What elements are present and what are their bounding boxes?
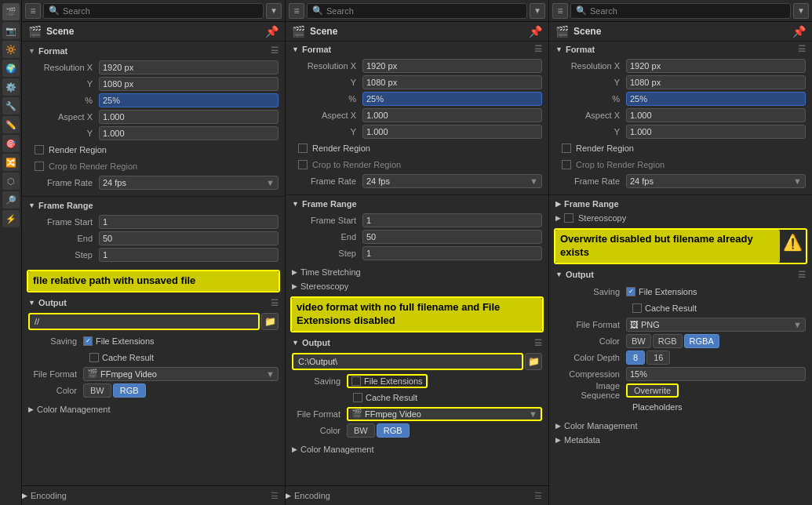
file-format-select-1[interactable]: 🎬 FFmpeg Video ▼ (83, 367, 279, 381)
res-x-input-1[interactable]: 1920 px (99, 60, 279, 74)
panel2-extra-btn[interactable]: ▼ (530, 3, 545, 19)
color-rgb-btn-1[interactable]: RGB (113, 383, 146, 398)
sidebar-icon-edit[interactable]: ✏️ (2, 116, 20, 133)
panel1-extra-btn[interactable]: ▼ (266, 3, 282, 19)
panel1-format-header[interactable]: ▼ Format ☰ (22, 43, 285, 58)
sidebar-icon-hex[interactable]: ⬡ (2, 173, 20, 190)
panel2-menu-icon[interactable]: ≡ (289, 3, 304, 19)
p2-asp-x[interactable]: 1.000 (362, 108, 542, 122)
p2-res-y[interactable]: 1080 px (362, 75, 542, 89)
panel3-menu-icon[interactable]: ≡ (552, 3, 568, 19)
aspect-y-input-1[interactable]: 1.000 (99, 126, 279, 140)
panel3-frame-range-header[interactable]: ▶ Frame Range (549, 197, 812, 211)
panel3-format-header[interactable]: ▼ Format ☰ (549, 42, 812, 56)
framerate-select-1[interactable]: 24 fps ▼ (99, 176, 279, 190)
p2-asp-y[interactable]: 1.000 (362, 125, 542, 139)
p2-frame-start[interactable]: 1 (362, 213, 542, 227)
sidebar-icon-output[interactable]: 📷 (2, 22, 20, 39)
cache-result-check-1[interactable] (89, 353, 99, 362)
render-region-check-1[interactable] (35, 145, 44, 154)
p2-color-rgb[interactable]: RGB (377, 423, 410, 438)
y-input-1[interactable]: 1080 px (99, 77, 279, 91)
p3-file-ext-check[interactable]: ✓ (626, 287, 635, 296)
color-bw-btn-1[interactable]: BW (83, 383, 111, 398)
p2-pct[interactable]: 25% (362, 92, 542, 106)
panel2-search-box[interactable]: 🔍 Search (307, 3, 527, 19)
sidebar-icon-shuffle[interactable]: 🔀 (2, 154, 20, 171)
panel1-encoding-tab[interactable]: ▶ Encoding ☰ (22, 485, 285, 505)
p2-folder-btn[interactable]: 📁 (525, 353, 542, 370)
aspect-x-input-1[interactable]: 1.000 (99, 110, 279, 124)
sidebar-icon-view[interactable]: 🔆 (2, 41, 20, 58)
p3-overwrite-btn[interactable]: Overwrite (626, 383, 679, 398)
p3-framerate[interactable]: 24 fps▼ (626, 174, 806, 188)
p2-frame-step[interactable]: 1 (362, 246, 542, 260)
p3-pct[interactable]: 25% (626, 92, 806, 106)
p2-file-ext-check[interactable] (351, 376, 361, 386)
panel3-search-box[interactable]: 🔍 Search (570, 3, 791, 19)
output-path-input-1[interactable]: // (28, 313, 260, 330)
res-x-label-1: Resolution X (28, 63, 99, 72)
panel3-pin[interactable]: 📌 (792, 25, 806, 38)
panel2-encoding-tab[interactable]: ▶ Encoding ☰ (286, 485, 548, 505)
p3-depth-16[interactable]: 16 (646, 351, 670, 365)
panel1-frame-range-header[interactable]: ▼ Frame Range (22, 198, 285, 213)
panel1-search-box[interactable]: 🔍 Search (43, 3, 264, 19)
p2-res-x[interactable]: 1920 px (362, 59, 542, 73)
panel2-stereoscopy-header[interactable]: ▶ Stereoscopy (286, 279, 548, 293)
panel2-format-header[interactable]: ▼ Format ☰ (286, 42, 548, 56)
p2-output-path[interactable]: C:\Output\ (292, 353, 523, 370)
panel2-pin[interactable]: 📌 (529, 25, 542, 38)
panel1-output-header[interactable]: ▼ Output ☰ (22, 296, 285, 311)
panel3-metadata[interactable]: ▶ Metadata (549, 433, 812, 447)
panel1-pin[interactable]: 📌 (265, 25, 279, 38)
p3-cache-check[interactable] (632, 303, 642, 313)
sidebar-icon-target[interactable]: 🎯 (2, 135, 20, 152)
sidebar-icon-lightning[interactable]: ⚡ (2, 210, 20, 227)
panel2-time-stretch-header[interactable]: ▶ Time Stretching (286, 265, 548, 279)
panel3-color-mgmt[interactable]: ▶ Color Management (549, 419, 812, 433)
p3-color-rgba[interactable]: RGBA (684, 334, 719, 348)
sidebar-icon-tools[interactable]: 🔧 (2, 97, 20, 114)
frame-start-label-1: Frame Start (28, 217, 99, 227)
p3-res-y[interactable]: 1080 px (626, 75, 806, 89)
p3-color-bw[interactable]: BW (626, 334, 651, 348)
p2-render-region-check[interactable] (298, 144, 308, 153)
frame-step-input-1[interactable]: 1 (99, 248, 279, 262)
p2-framerate[interactable]: 24 fps▼ (362, 174, 542, 188)
p3-compression[interactable]: 15% (626, 367, 806, 381)
pct-input-1[interactable]: 25% (99, 93, 279, 107)
p3-asp-x[interactable]: 1.000 (626, 108, 806, 122)
p3-crop-check[interactable] (562, 160, 571, 169)
panel1-color-mgmt-header[interactable]: ▶ Color Management (22, 402, 285, 416)
crop-check-1[interactable] (35, 162, 44, 171)
sidebar-icon-render[interactable]: 🎬 (2, 3, 20, 20)
p2-file-format-outlined[interactable]: 🎬 FFmpeg Video ▼ (347, 407, 542, 421)
frame-start-input-1[interactable]: 1 (99, 215, 279, 229)
sidebar-icon-settings[interactable]: ⚙️ (2, 78, 20, 96)
p2-cache-check[interactable] (353, 393, 362, 402)
file-ext-check-1[interactable]: ✓ (83, 336, 93, 346)
sidebar-icon-world[interactable]: 🌍 (2, 60, 20, 77)
panel2-color-mgmt[interactable]: ▶ Color Management (286, 442, 548, 456)
panel3-stereoscopy-header[interactable]: ▶ Stereoscopy (549, 211, 812, 225)
p3-render-region-check[interactable] (562, 144, 571, 153)
p3-depth-8[interactable]: 8 (626, 351, 645, 365)
p2-color-bw[interactable]: BW (347, 423, 375, 438)
sidebar-icon-zoom[interactable]: 🔎 (2, 191, 20, 209)
panel3-output-header[interactable]: ▼ Output ☰ (549, 267, 812, 282)
p3-file-format-select[interactable]: 🖼 PNG ▼ (626, 318, 806, 332)
p3-color-rgb[interactable]: RGB (653, 334, 683, 348)
p2-crop-check[interactable] (298, 160, 308, 169)
panel1-menu-icon[interactable]: ≡ (25, 3, 41, 19)
panel2-frame-range-header[interactable]: ▼ Frame Range (286, 197, 548, 211)
panel1-format-menu[interactable]: ☰ (271, 45, 279, 56)
p3-asp-y[interactable]: 1.000 (626, 125, 806, 139)
panel3-extra-btn[interactable]: ▼ (793, 3, 809, 19)
p3-res-x[interactable]: 1920 px (626, 59, 806, 73)
frame-end-input-1[interactable]: 50 (99, 231, 279, 245)
panel2-output-header[interactable]: ▼ Output ☰ (286, 336, 548, 351)
p3-stereo-check[interactable] (564, 213, 573, 223)
p2-frame-end[interactable]: 50 (362, 230, 542, 244)
output-folder-btn-1[interactable]: 📁 (261, 313, 279, 330)
